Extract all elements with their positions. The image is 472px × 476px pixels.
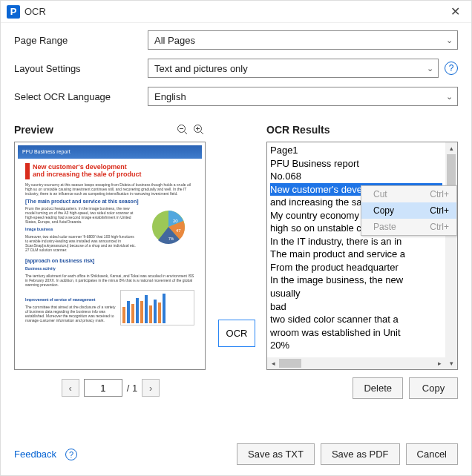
context-menu-item-cut: CutCtrl+ xyxy=(361,186,456,202)
results-line[interactable]: PFU Business report xyxy=(270,157,442,171)
context-menu-item-copy[interactable]: CopyCtrl+ xyxy=(361,202,456,219)
prev-page-button[interactable]: ‹ xyxy=(62,379,79,397)
context-menu: CutCtrl+CopyCtrl+PasteCtrl+ xyxy=(361,185,457,236)
feedback-link[interactable]: Feedback ? xyxy=(14,449,77,460)
help-icon: ? xyxy=(65,449,77,460)
cancel-button[interactable]: Cancel xyxy=(406,443,458,465)
results-line[interactable]: 20% xyxy=(270,339,442,352)
zoom-out-icon[interactable] xyxy=(174,122,191,138)
chevron-down-icon: ⌄ xyxy=(427,64,433,73)
title-bar: P OCR ✕ xyxy=(1,1,471,23)
results-line[interactable]: The main product and service a xyxy=(270,248,442,261)
preview-sec1: [The main product and service at this se… xyxy=(25,199,194,205)
results-line[interactable]: In the IT industry, there is an in xyxy=(270,235,442,248)
window-title: OCR xyxy=(24,6,445,17)
svg-line-1 xyxy=(185,132,188,135)
preview-sec2b: Business activity xyxy=(25,266,194,271)
layout-settings-select[interactable]: Text and pictures only ⌄ xyxy=(148,59,439,78)
results-box: Page1PFU Business reportNo.068New custom… xyxy=(266,142,458,370)
content-area: Preview PFU Business report New customer… xyxy=(1,115,471,434)
results-line[interactable]: In the image business, the new xyxy=(270,274,442,287)
results-textarea[interactable]: Page1PFU Business reportNo.068New custom… xyxy=(267,142,445,369)
preview-para1b: Moreover, two sided color scanner 'fi-68… xyxy=(25,234,138,252)
scroll-right-icon[interactable]: ▸ xyxy=(433,357,445,369)
vertical-scrollbar[interactable]: ▴ ▾ xyxy=(445,142,457,369)
next-page-button[interactable]: › xyxy=(142,379,160,397)
footer: Feedback ? Save as TXT Save as PDF Cance… xyxy=(1,434,471,475)
preview-sec1b: Image business xyxy=(25,227,138,231)
save-as-txt-button[interactable]: Save as TXT xyxy=(237,443,315,465)
chevron-down-icon: ⌄ xyxy=(446,36,453,45)
doc-banner: PFU Business report xyxy=(18,145,202,159)
preview-headline-2: and increasing the sale of product xyxy=(33,171,142,178)
chevron-down-icon: ⌄ xyxy=(446,92,453,102)
page-range-value: All Pages xyxy=(154,35,195,46)
results-line[interactable]: bad xyxy=(270,300,442,314)
pie-chart-icon: 20 47 7% xyxy=(142,206,194,251)
preview-para1: From the product headquarters. In the im… xyxy=(25,206,138,224)
preview-pane: Preview PFU Business report New customer… xyxy=(14,121,207,434)
results-heading: OCR Results xyxy=(266,124,330,136)
help-icon[interactable]: ? xyxy=(445,62,458,75)
results-line[interactable]: two sided color scanner that a xyxy=(270,313,442,326)
layout-settings-value: Text and pictures only xyxy=(154,63,248,74)
results-line[interactable]: No.068 xyxy=(270,170,442,183)
zoom-in-icon[interactable] xyxy=(191,122,207,138)
svg-text:7%: 7% xyxy=(168,237,174,241)
pager: ‹ / 1 › xyxy=(14,377,207,398)
svg-text:20: 20 xyxy=(173,219,178,223)
page-number-input[interactable] xyxy=(84,379,122,397)
page-range-select[interactable]: All Pages ⌄ xyxy=(148,30,458,50)
svg-text:47: 47 xyxy=(176,228,181,233)
horizontal-scrollbar[interactable]: ◂ ▸ xyxy=(267,357,445,369)
copy-button[interactable]: Copy xyxy=(409,377,458,399)
results-pane: OCR Results Page1PFU Business reportNo.0… xyxy=(266,121,458,434)
ocr-language-value: English xyxy=(154,91,186,102)
ocr-language-select[interactable]: English ⌄ xyxy=(148,87,458,106)
results-line[interactable]: usually xyxy=(270,287,442,300)
preview-headline-1: New customer's development xyxy=(33,163,142,171)
preview-sec2: [approach on business risk] xyxy=(25,258,194,264)
results-line[interactable]: From the product headquarter xyxy=(270,261,442,274)
close-button[interactable]: ✕ xyxy=(445,1,465,22)
feedback-label: Feedback xyxy=(14,449,56,460)
results-line[interactable]: wroom was established in Unit xyxy=(270,326,442,340)
preview-heading: Preview xyxy=(14,124,53,136)
run-ocr-button[interactable]: OCR xyxy=(218,320,256,347)
page-range-label: Page Range xyxy=(14,35,148,46)
preview-viewport[interactable]: PFU Business report New customer's devel… xyxy=(14,142,206,370)
ocr-language-label: Select OCR Language xyxy=(14,91,148,102)
page-total: / 1 xyxy=(127,383,137,394)
context-menu-item-paste: PasteCtrl+ xyxy=(361,219,456,235)
delete-button[interactable]: Delete xyxy=(353,377,403,399)
scroll-up-icon[interactable]: ▴ xyxy=(445,142,457,154)
svg-line-4 xyxy=(201,132,204,135)
results-line[interactable]: Page1 xyxy=(270,144,442,157)
scroll-down-icon[interactable]: ▾ xyxy=(445,357,457,369)
settings-form: Page Range All Pages ⌄ Layout Settings T… xyxy=(1,23,471,115)
save-as-pdf-button[interactable]: Save as PDF xyxy=(321,443,400,465)
scroll-left-icon[interactable]: ◂ xyxy=(267,357,279,369)
layout-settings-label: Layout Settings xyxy=(14,63,148,74)
preview-intro: My country economy at this season keeps … xyxy=(25,182,194,196)
bar-chart-icon xyxy=(120,290,194,325)
preview-document: PFU Business report New customer's devel… xyxy=(18,145,202,366)
app-icon: P xyxy=(7,5,20,19)
preview-sec3: Improvement of service of management xyxy=(25,297,116,302)
